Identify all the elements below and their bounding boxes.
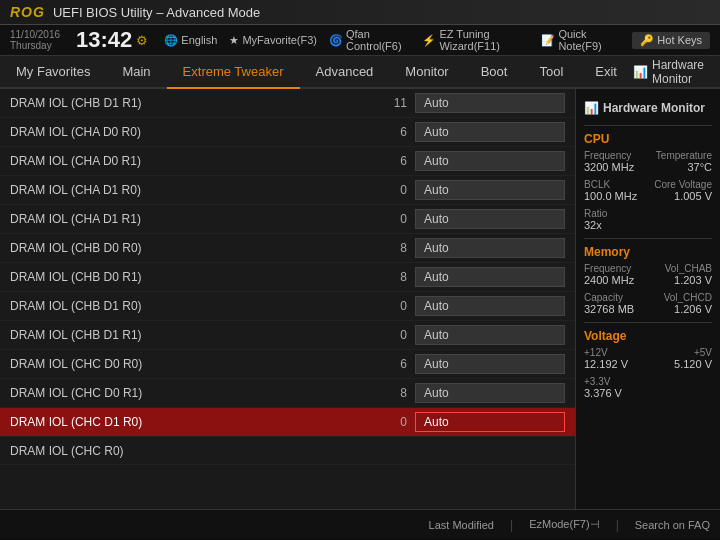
setting-label: DRAM IOL (CHA D1 R1) — [10, 212, 377, 226]
search-faq-btn[interactable]: Search on FAQ — [635, 519, 710, 531]
setting-label: DRAM IOL (CHB D0 R0) — [10, 241, 377, 255]
setting-value-num: 8 — [377, 270, 407, 284]
setting-label: DRAM IOL (CHA D1 R0) — [10, 183, 377, 197]
setting-value-box[interactable]: Auto — [415, 354, 565, 374]
nav-item-extreme-tweaker[interactable]: Extreme Tweaker — [167, 56, 300, 89]
setting-row[interactable]: DRAM IOL (CHB D0 R1)8Auto — [0, 263, 575, 292]
setting-row[interactable]: DRAM IOL (CHA D0 R1)6Auto — [0, 147, 575, 176]
nav-items-container: My FavoritesMainExtreme TweakerAdvancedM… — [0, 56, 633, 87]
setting-value-num: 0 — [377, 328, 407, 342]
date: 11/10/2016 Thursday — [10, 29, 60, 51]
setting-value-num: 6 — [377, 357, 407, 371]
datetime: 11/10/2016 Thursday — [10, 29, 60, 51]
nav-right: 📊 Hardware Monitor — [633, 56, 720, 87]
setting-label: DRAM IOL (CHB D1 R1) — [10, 328, 377, 342]
setting-value-box[interactable]: Auto — [415, 267, 565, 287]
hw-left-col: BCLK100.0 MHz — [584, 179, 637, 205]
setting-row[interactable]: DRAM IOL (CHC D0 R1)8Auto — [0, 379, 575, 408]
hw-section-title-cpu: CPU — [584, 132, 712, 146]
setting-value-num: 6 — [377, 125, 407, 139]
setting-row[interactable]: DRAM IOL (CHB D1 R1)0Auto — [0, 321, 575, 350]
last-modified-btn[interactable]: Last Modified — [429, 519, 494, 531]
setting-value-box[interactable]: Auto — [415, 151, 565, 171]
nav-item-tool[interactable]: Tool — [523, 56, 579, 87]
footer: Last Modified | EzMode(F7)⊣ | Search on … — [0, 509, 720, 539]
hw-section-title-memory: Memory — [584, 245, 712, 259]
my-favorite-btn[interactable]: ★ MyFavorite(F3) — [229, 28, 317, 52]
setting-label: DRAM IOL (CHA D0 R0) — [10, 125, 377, 139]
time-display: 13:42 ⚙ — [76, 27, 148, 53]
setting-value-box[interactable]: Auto — [415, 296, 565, 316]
nav-item-my-favorites[interactable]: My Favorites — [0, 56, 106, 87]
setting-value-num: 0 — [377, 183, 407, 197]
footer-sep2: | — [616, 518, 619, 532]
quick-note-btn[interactable]: 📝 Quick Note(F9) — [541, 28, 616, 52]
nav-item-main[interactable]: Main — [106, 56, 166, 87]
nav-bar: My FavoritesMainExtreme TweakerAdvancedM… — [0, 56, 720, 89]
hw-right-col: Core Voltage1.005 V — [654, 179, 712, 205]
setting-row[interactable]: DRAM IOL (CHA D1 R0)0Auto — [0, 176, 575, 205]
hw-left-col: Frequency3200 MHz — [584, 150, 634, 176]
nav-item-advanced[interactable]: Advanced — [300, 56, 390, 87]
hw-monitor-nav-label: 📊 Hardware Monitor — [633, 58, 710, 86]
setting-value-num: 0 — [377, 212, 407, 226]
hw-row: +12V12.192 V+5V5.120 V — [584, 347, 712, 373]
language-selector[interactable]: 🌐 English — [164, 28, 217, 52]
globe-icon: 🌐 — [164, 34, 178, 47]
setting-value-num: 11 — [377, 96, 407, 110]
hw-right-col: Temperature37°C — [656, 150, 712, 176]
hw-row: Capacity32768 MBVol_CHCD1.206 V — [584, 292, 712, 318]
setting-value-box[interactable]: Auto — [415, 209, 565, 229]
hw-row: BCLK100.0 MHzCore Voltage1.005 V — [584, 179, 712, 205]
setting-label: DRAM IOL (CHA D0 R1) — [10, 154, 377, 168]
setting-value-num: 0 — [377, 299, 407, 313]
nav-item-monitor[interactable]: Monitor — [389, 56, 464, 87]
setting-row[interactable]: DRAM IOL (CHA D1 R1)0Auto — [0, 205, 575, 234]
hw-right-col: Vol_CHAB1.203 V — [665, 263, 712, 289]
title-text: UEFI BIOS Utility – Advanced Mode — [53, 5, 260, 20]
setting-row[interactable]: DRAM IOL (CHB D1 R1)11Auto — [0, 89, 575, 118]
rog-logo: ROG — [10, 4, 45, 20]
nav-item-boot[interactable]: Boot — [465, 56, 524, 87]
setting-value-box[interactable]: Auto — [415, 93, 565, 113]
lightning-icon: ⚡ — [422, 34, 436, 47]
hot-keys-button[interactable]: 🔑 Hot Keys — [632, 32, 710, 49]
qfan-btn[interactable]: 🌀 Qfan Control(F6) — [329, 28, 410, 52]
ez-mode-btn[interactable]: EzMode(F7)⊣ — [529, 518, 600, 531]
nav-item-exit[interactable]: Exit — [579, 56, 633, 87]
setting-value-num: 6 — [377, 154, 407, 168]
setting-row[interactable]: DRAM IOL (CHC D1 R0)0Auto — [0, 408, 575, 437]
setting-value-box[interactable]: Auto — [415, 325, 565, 345]
setting-value-box[interactable]: Auto — [415, 122, 565, 142]
hw-left-col: Capacity32768 MB — [584, 292, 634, 318]
title-bar: ROG UEFI BIOS Utility – Advanced Mode — [0, 0, 720, 25]
hw-row: +3.3V3.376 V — [584, 376, 712, 402]
setting-label: DRAM IOL (CHB D0 R1) — [10, 270, 377, 284]
settings-list[interactable]: DRAM IOL (CHB D1 R1)11AutoDRAM IOL (CHA … — [0, 89, 575, 509]
setting-value-box[interactable]: Auto — [415, 412, 565, 432]
setting-row[interactable]: DRAM IOL (CHC R0) — [0, 437, 575, 465]
footer-sep1: | — [510, 518, 513, 532]
setting-value-box[interactable]: Auto — [415, 383, 565, 403]
hw-row: Frequency3200 MHzTemperature37°C — [584, 150, 712, 176]
hw-right-col: +5V5.120 V — [674, 347, 712, 373]
hw-left-col: Frequency2400 MHz — [584, 263, 634, 289]
setting-row[interactable]: DRAM IOL (CHB D0 R0)8Auto — [0, 234, 575, 263]
monitor-icon: 📊 — [633, 65, 648, 79]
setting-row[interactable]: DRAM IOL (CHB D1 R0)0Auto — [0, 292, 575, 321]
setting-label: DRAM IOL (CHC D0 R1) — [10, 386, 377, 400]
setting-row[interactable]: DRAM IOL (CHA D0 R0)6Auto — [0, 118, 575, 147]
hw-left-col: +3.3V3.376 V — [584, 376, 622, 402]
setting-value-num: 8 — [377, 241, 407, 255]
setting-value-box[interactable]: Auto — [415, 180, 565, 200]
hw-left-col: +12V12.192 V — [584, 347, 628, 373]
ez-tuning-btn[interactable]: ⚡ EZ Tuning Wizard(F11) — [422, 28, 529, 52]
hw-right-col: Vol_CHCD1.206 V — [664, 292, 712, 318]
settings-gear-icon[interactable]: ⚙ — [136, 33, 148, 48]
hw-panel-title: 📊 Hardware Monitor — [584, 97, 712, 121]
star-icon: ★ — [229, 34, 239, 47]
setting-value-box[interactable]: Auto — [415, 238, 565, 258]
hw-left-col: Ratio32x — [584, 208, 607, 234]
setting-label: DRAM IOL (CHC D1 R0) — [10, 415, 377, 429]
setting-row[interactable]: DRAM IOL (CHC D0 R0)6Auto — [0, 350, 575, 379]
